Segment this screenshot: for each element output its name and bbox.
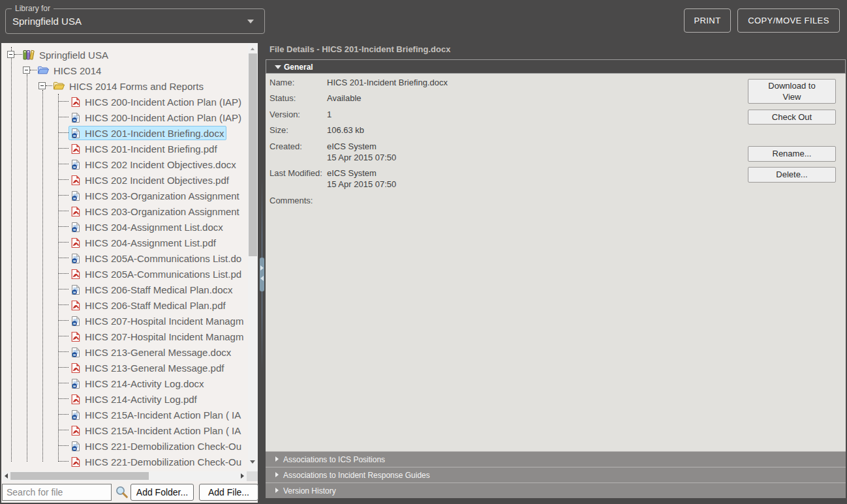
tree-node[interactable]: HICS 204-Assignment List.pdf xyxy=(69,235,219,250)
splitter-right-icon xyxy=(260,265,264,271)
tree-node[interactable]: HICS 206-Staff Medical Plan.pdf xyxy=(69,298,228,312)
tree-item[interactable]: wHICS 213-General Message.docx xyxy=(2,344,247,360)
collapse-arrow-icon xyxy=(275,65,281,69)
tree-item[interactable]: HICS 214-Activity Log.pdf xyxy=(2,391,247,407)
tree-item-label: HICS 215A-Incident Action Plan ( IA xyxy=(85,425,241,436)
section-header-ics-positions[interactable]: Associations to ICS Positions xyxy=(266,451,846,467)
tree-connector xyxy=(58,351,69,352)
tree-node[interactable]: HICS 215A-Incident Action Plan ( IA xyxy=(69,423,243,437)
tree-item[interactable]: HICS 206-Staff Medical Plan.pdf xyxy=(2,297,247,313)
tree-item[interactable]: HICS 2014 Forms and Reports xyxy=(2,78,247,94)
file-tree-area: Springfield USAHICS 2014HICS 2014 Forms … xyxy=(2,43,247,471)
tree-node[interactable]: HICS 207-Hospital Incident Managm xyxy=(69,329,246,344)
section-header-version-history[interactable]: Version History xyxy=(266,482,846,498)
tree-node[interactable]: Springfield USA xyxy=(21,48,111,62)
delete-button[interactable]: Delete... xyxy=(748,167,836,183)
tree-item[interactable]: HICS 221-Demobilization Check-Ou xyxy=(2,454,247,469)
file-details-title: File Details - HICS 201-Incident Briefin… xyxy=(270,44,450,54)
tree-item[interactable]: Springfield USA xyxy=(2,47,247,63)
tree-item[interactable]: HICS 200-Incident Action Plan (IAP) xyxy=(2,94,247,110)
tree-node[interactable]: HICS 2014 Forms and Reports xyxy=(51,79,206,93)
section-header-incident-response-guides[interactable]: Associations to Incident Response Guides xyxy=(266,467,846,482)
tree-vertical-scrollbar[interactable] xyxy=(248,43,258,471)
tree-item[interactable]: HICS 2014 xyxy=(2,63,247,78)
tree-item[interactable]: wHICS 215A-Incident Action Plan ( IA xyxy=(2,407,247,422)
tree-item[interactable]: wHICS 200-Incident Action Plan (IAP) xyxy=(2,110,247,125)
tree-item[interactable]: wHICS 204-Assignment List.docx xyxy=(2,219,247,235)
tree-node[interactable]: HICS 200-Incident Action Plan (IAP) xyxy=(69,95,244,109)
tree-node[interactable]: wHICS 213-General Message.docx xyxy=(69,345,234,359)
tree-expander-icon[interactable] xyxy=(38,82,46,89)
tree-node[interactable]: wHICS 214-Activity Log.docx xyxy=(69,376,207,391)
app-window: Library for Springfield USA PRINT COPY/M… xyxy=(0,0,847,504)
tree-node[interactable]: wHICS 215A-Incident Action Plan ( IA xyxy=(69,408,243,422)
tree-node[interactable]: wHICS 202 Incident Objectives.docx xyxy=(69,157,239,171)
tree-item-label: HICS 200-Incident Action Plan (IAP) xyxy=(85,112,241,123)
check-out-button[interactable]: Check Out xyxy=(748,110,836,125)
tree-connector xyxy=(58,398,69,399)
tree-node[interactable]: HICS 221-Demobilization Check-Ou xyxy=(69,454,244,469)
tree-item[interactable]: HICS 207-Hospital Incident Managm xyxy=(2,329,247,344)
tree-item[interactable]: wHICS 221-Demobilization Check-Ou xyxy=(2,438,247,454)
tree-horizontal-scrollbar[interactable] xyxy=(2,471,247,481)
tree-item[interactable]: HICS 215A-Incident Action Plan ( IA xyxy=(2,422,247,438)
tree-item-label: HICS 206-Staff Medical Plan.pdf xyxy=(85,300,226,311)
copy-move-files-button[interactable]: COPY/MOVE FILES xyxy=(737,8,840,33)
tree-node[interactable]: wHICS 221-Demobilization Check-Ou xyxy=(69,439,244,453)
library-selector[interactable]: Library for Springfield USA xyxy=(5,8,265,34)
tree-item[interactable]: HICS 205A-Communications List.pd xyxy=(2,266,247,282)
tree-node[interactable]: HICS 2014 xyxy=(35,63,104,78)
tree-node[interactable]: wHICS 200-Incident Action Plan (IAP) xyxy=(69,110,244,125)
section-header-general[interactable]: General xyxy=(266,59,846,74)
search-input[interactable] xyxy=(2,484,112,501)
tree-expander-icon[interactable] xyxy=(23,67,30,74)
tree-node[interactable]: wHICS 207-Hospital Incident Managm xyxy=(69,314,246,328)
tree-connector xyxy=(58,242,69,243)
scroll-right-icon[interactable] xyxy=(241,473,244,479)
tree-item[interactable]: HICS 213-General Message.pdf xyxy=(2,360,247,376)
tree-item[interactable]: HICS 204-Assignment List.pdf xyxy=(2,235,247,250)
add-folder-button[interactable]: Add Folder... xyxy=(131,484,194,501)
scroll-up-icon[interactable] xyxy=(251,48,254,50)
tree-item[interactable]: wHICS 214-Activity Log.docx xyxy=(2,376,247,391)
pdf-icon xyxy=(70,425,81,436)
add-file-button[interactable]: Add File... xyxy=(199,484,258,501)
tree-item[interactable]: wHICS 207-Hospital Incident Managm xyxy=(2,313,247,329)
tree-connector xyxy=(58,258,69,258)
tree-expander-icon[interactable] xyxy=(7,51,14,58)
tree-connector xyxy=(58,101,69,102)
tree-item[interactable]: wHICS 202 Incident Objectives.docx xyxy=(2,156,247,172)
scroll-down-icon[interactable] xyxy=(250,460,255,464)
scroll-left-icon[interactable] xyxy=(5,473,8,479)
download-to-view-button[interactable]: Download to View xyxy=(748,79,836,104)
tree-vertical-scrollbar-thumb[interactable] xyxy=(249,53,257,256)
search-icon[interactable] xyxy=(115,485,129,499)
tree-node[interactable]: wHICS 201-Incident Briefing.docx xyxy=(69,126,226,140)
tree-node[interactable]: wHICS 204-Assignment List.docx xyxy=(69,220,226,234)
tree-node[interactable]: wHICS 203-Organization Assignment xyxy=(69,188,242,203)
tree-item[interactable]: HICS 203-Organization Assignment xyxy=(2,203,247,219)
tree-item[interactable]: HICS 201-Incident Briefing.pdf xyxy=(2,141,247,156)
tree-node[interactable]: HICS 205A-Communications List.pd xyxy=(69,267,244,281)
tree-item[interactable]: wHICS 205A-Communications List.do xyxy=(2,250,247,266)
tree-item-label: HICS 204-Assignment List.pdf xyxy=(85,237,216,248)
rename-button[interactable]: Rename... xyxy=(748,146,836,162)
panel-splitter-handle[interactable] xyxy=(260,258,264,291)
svg-text:w: w xyxy=(72,228,76,231)
tree-horizontal-scrollbar-thumb[interactable] xyxy=(10,472,149,480)
tree-item-label: HICS 214-Activity Log.docx xyxy=(85,378,204,389)
tree-item[interactable]: HICS 202 Incident Objectives.pdf xyxy=(2,172,247,188)
tree-item[interactable]: wHICS 206-Staff Medical Plan.docx xyxy=(2,282,247,297)
tree-connector xyxy=(58,445,69,446)
tree-connector xyxy=(58,273,69,274)
tree-item[interactable]: wHICS 203-Organization Assignment xyxy=(2,188,247,203)
print-button[interactable]: PRINT xyxy=(684,8,731,33)
tree-node[interactable]: HICS 213-General Message.pdf xyxy=(69,361,226,375)
tree-item[interactable]: wHICS 201-Incident Briefing.docx xyxy=(2,125,247,141)
tree-node[interactable]: wHICS 205A-Communications List.do xyxy=(69,251,244,265)
tree-node[interactable]: HICS 202 Incident Objectives.pdf xyxy=(69,173,232,187)
tree-node[interactable]: wHICS 206-Staff Medical Plan.docx xyxy=(69,282,236,297)
tree-node[interactable]: HICS 214-Activity Log.pdf xyxy=(69,392,200,406)
tree-node[interactable]: HICS 201-Incident Briefing.pdf xyxy=(69,141,220,156)
tree-node[interactable]: HICS 203-Organization Assignment xyxy=(69,204,242,218)
